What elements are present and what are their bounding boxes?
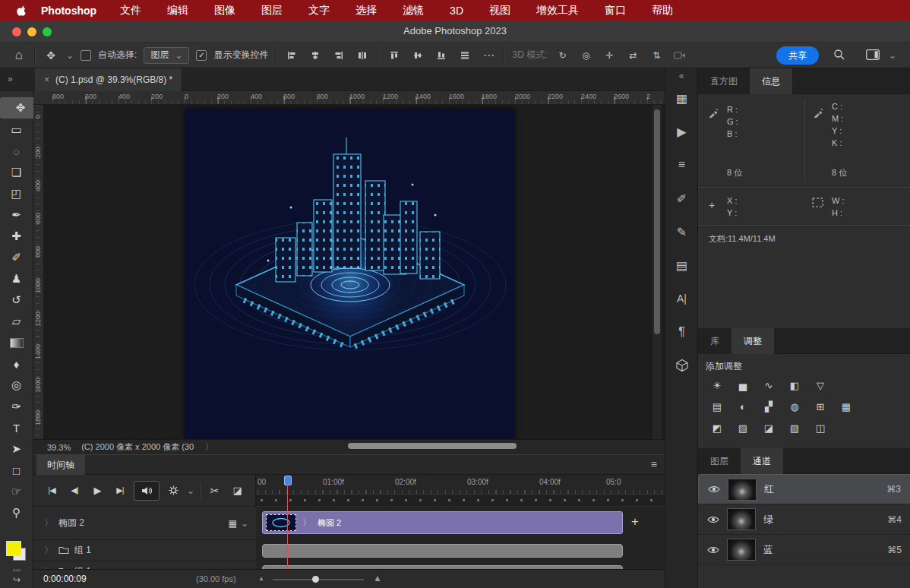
tab-timeline[interactable]: 时间轴: [36, 455, 85, 475]
zoom-level[interactable]: 39.3%: [47, 443, 71, 452]
vertical-scrollbar[interactable]: [652, 105, 662, 439]
adjustment-color-lookup-icon[interactable]: ▦: [836, 398, 856, 415]
lasso-tool[interactable]: ◌: [3, 141, 30, 161]
chevron-down-icon[interactable]: ⌄: [241, 518, 248, 529]
gradient-tool[interactable]: [3, 333, 30, 352]
history-brush-tool[interactable]: ↺: [3, 290, 30, 310]
adjustment-black-white-icon[interactable]: ▞: [759, 398, 779, 415]
brush-settings-panel-icon[interactable]: ✐: [665, 182, 698, 215]
adjustment-photo-filter-icon[interactable]: ◍: [785, 398, 804, 415]
adjustment-hue-saturation-icon[interactable]: ▤: [707, 398, 727, 415]
adjustment-posterize-icon[interactable]: ▨: [733, 419, 753, 436]
track-expand-icon[interactable]: 〉: [44, 517, 53, 530]
adjustment-curves-icon[interactable]: ∿: [759, 377, 779, 394]
foreground-color-swatch[interactable]: [6, 541, 21, 556]
brush-tool[interactable]: ✐: [3, 248, 30, 267]
horizontal-scrollbar-thumb[interactable]: [348, 443, 517, 449]
vertical-scrollbar-thumb[interactable]: [654, 109, 660, 334]
move-tool-icon[interactable]: ✥: [43, 47, 59, 64]
align-middle-icon[interactable]: [409, 47, 426, 64]
adjustment-exposure-icon[interactable]: ◧: [785, 377, 804, 394]
adjustment-channel-mixer-icon[interactable]: ⊞: [810, 398, 830, 415]
clip-ellipse2[interactable]: 〉 椭圆 2: [262, 511, 623, 534]
menu-item-edit[interactable]: 编辑: [167, 4, 188, 17]
menu-item-image[interactable]: 图像: [214, 4, 235, 17]
clip-expand-icon[interactable]: 〉: [302, 517, 311, 530]
menu-item-file[interactable]: 文件: [120, 4, 141, 17]
blur-tool[interactable]: ♦: [3, 354, 30, 374]
dodge-tool[interactable]: ◎: [3, 375, 30, 395]
channel-thumbnail[interactable]: [727, 508, 756, 530]
menu-item-help[interactable]: 帮助: [652, 4, 673, 17]
path-selection-tool[interactable]: ➤: [3, 439, 30, 459]
3d-panel-icon[interactable]: [665, 349, 698, 382]
adjustment-threshold-icon[interactable]: ◪: [759, 419, 779, 436]
tab-layers[interactable]: 图层: [698, 448, 741, 474]
track-header-group1[interactable]: 〉 组 1: [33, 540, 256, 561]
search-icon[interactable]: [831, 46, 848, 63]
3d-dolly-icon[interactable]: ⇅: [648, 47, 665, 64]
next-frame-button[interactable]: ▶|: [111, 482, 129, 499]
3d-orbit-icon[interactable]: ↻: [554, 47, 570, 64]
visibility-eye-icon[interactable]: [707, 515, 719, 524]
previous-frame-button[interactable]: ◀|: [65, 482, 84, 499]
expand-toolbar-icon[interactable]: »: [8, 74, 13, 84]
adjustment-brightness-contrast-icon[interactable]: ☀: [707, 377, 727, 394]
close-tab-icon[interactable]: ×: [44, 74, 49, 85]
menu-item-3d[interactable]: 3D: [450, 5, 463, 17]
workspace-icon[interactable]: [864, 46, 881, 63]
channel-row-green[interactable]: 绿 ⌘4: [698, 504, 910, 535]
color-swatches[interactable]: [6, 541, 26, 561]
actions-panel-icon[interactable]: ▶: [665, 115, 698, 148]
zoom-out-thumbnails-icon[interactable]: ▲: [258, 575, 264, 582]
auto-select-checkbox[interactable]: [81, 50, 91, 61]
track-header-group1b[interactable]: 〉 组 1: [33, 561, 256, 569]
3d-slide-icon[interactable]: ⇄: [624, 47, 641, 64]
adjustments-panel-icon[interactable]: ≡: [665, 148, 698, 182]
adjustment-selective-color-icon[interactable]: ◫: [810, 419, 830, 436]
audio-mute-button[interactable]: [134, 481, 160, 501]
clip-thumbnail[interactable]: [266, 514, 296, 531]
type-tool[interactable]: T: [3, 418, 30, 438]
character-panel-icon[interactable]: A|: [665, 282, 698, 315]
visibility-eye-icon[interactable]: [708, 485, 720, 494]
chevron-down-icon[interactable]: ⌄: [66, 50, 74, 61]
channel-thumbnail[interactable]: [727, 539, 756, 561]
healing-brush-tool[interactable]: ✚: [3, 226, 30, 246]
menu-item-layer[interactable]: 图层: [261, 4, 283, 17]
home-icon[interactable]: ⌂: [11, 47, 27, 64]
panel-menu-icon[interactable]: ≡: [651, 458, 657, 470]
timeline-zoom-handle[interactable]: [312, 576, 319, 583]
brushes-panel-icon[interactable]: ✎: [665, 215, 698, 248]
tab-channels[interactable]: 通道: [741, 448, 783, 474]
chevron-down-icon[interactable]: ⌄: [187, 485, 194, 496]
zoom-in-thumbnails-icon[interactable]: ▲: [373, 573, 382, 583]
playhead[interactable]: [284, 475, 292, 569]
tab-info[interactable]: 信息: [750, 68, 792, 94]
adjustment-invert-icon[interactable]: ◩: [707, 419, 727, 436]
eyedropper-tool[interactable]: ✒: [3, 205, 30, 225]
eraser-tool[interactable]: ▱: [3, 311, 30, 331]
tab-libraries[interactable]: 库: [698, 328, 731, 354]
adjustment-color-balance-icon[interactable]: ◐: [733, 398, 753, 415]
canvas-image[interactable]: [185, 109, 515, 439]
track-options-icon[interactable]: ▦: [229, 518, 237, 529]
pen-tool[interactable]: ✑: [3, 397, 30, 416]
adjustment-gradient-map-icon[interactable]: ▧: [785, 419, 804, 436]
show-transform-checkbox[interactable]: ✓: [196, 50, 207, 61]
timeline-ruler[interactable]: 00 01:00f 02:00f 03:00f 04:00f 05:0: [256, 475, 665, 495]
timeline-zoom-slider[interactable]: [273, 579, 364, 580]
adjustment-levels-icon[interactable]: ▅: [733, 377, 753, 394]
clone-source-panel-icon[interactable]: ▤: [665, 248, 698, 282]
paragraph-panel-icon[interactable]: ¶: [665, 315, 698, 349]
align-bottom-icon[interactable]: [433, 47, 450, 64]
menu-item-plugins[interactable]: 增效工具: [536, 4, 579, 17]
track-expand-icon[interactable]: 〉: [44, 544, 53, 557]
collapse-panels-icon[interactable]: «: [665, 68, 697, 81]
app-name[interactable]: Photoshop: [41, 5, 96, 17]
crop-tool[interactable]: ◰: [3, 184, 30, 204]
align-right-icon[interactable]: [330, 47, 347, 64]
3d-camera-icon[interactable]: [671, 47, 688, 64]
document-tab[interactable]: × (C) 1.psd @ 39.3%(RGB/8) *: [35, 68, 182, 91]
split-clip-icon[interactable]: ✂: [205, 482, 223, 499]
